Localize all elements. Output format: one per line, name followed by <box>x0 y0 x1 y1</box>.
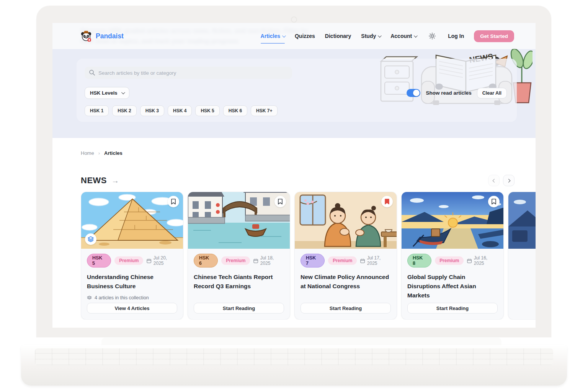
search-wrap <box>85 67 292 79</box>
nav-articles[interactable]: Articles <box>261 33 285 39</box>
chevron-down-icon <box>282 34 286 38</box>
filter-row: HSK Levels Show read articles Clear All <box>85 87 509 99</box>
hsk-level-badge: HSK 6 <box>194 254 218 268</box>
calendar-icon <box>253 258 258 263</box>
carousel-next-button[interactable] <box>503 175 514 186</box>
search-icon <box>89 69 95 76</box>
chip-hsk-5[interactable]: HSK 5 <box>195 105 219 116</box>
nav-articles-label: Articles <box>261 33 280 39</box>
collection-count-text: 4 articles in this collection <box>95 295 149 300</box>
article-card-tech-giants[interactable]: HSK 6 Premium Jul 18, 2025 Ch <box>188 192 290 320</box>
article-date: Jul 17, 2025 <box>360 255 391 266</box>
read-toggle-group: Show read articles Clear All <box>407 88 509 98</box>
badge-row: HSK 7 Premium Jul 17, 2025 <box>301 254 391 268</box>
card-body: HSK 8 Premium Jul 16, 2025 Gl <box>402 249 503 319</box>
nav-account[interactable]: Account <box>390 33 416 39</box>
premium-badge: Premium <box>221 256 250 265</box>
article-image-conversation <box>295 192 397 249</box>
start-reading-button[interactable]: Start Reading <box>301 303 391 313</box>
article-image-partial <box>508 192 536 249</box>
view-articles-button[interactable]: View 4 Articles <box>87 303 177 313</box>
article-card-partial[interactable] <box>508 192 536 320</box>
get-started-button[interactable]: Get Started <box>474 30 514 42</box>
partial-illustration <box>508 192 536 249</box>
date-text: Jul 20, 2025 <box>154 255 177 266</box>
theme-toggle-button[interactable] <box>426 30 438 42</box>
nav-quizzes[interactable]: Quizzes <box>295 33 315 39</box>
chip-hsk-6[interactable]: HSK 6 <box>223 105 247 116</box>
chip-hsk-7plus[interactable]: HSK 7+ <box>251 105 278 116</box>
article-title[interactable]: New Climate Policy Announced at National… <box>301 272 391 291</box>
log-in-button[interactable]: Log In <box>448 33 464 39</box>
nav-dictionary-label: Dictionary <box>325 33 351 39</box>
nav-account-label: Account <box>390 33 412 39</box>
collection-info: 4 articles in this collection <box>87 295 177 300</box>
bookmark-filled-icon <box>384 199 390 205</box>
section-title: NEWS <box>81 176 107 185</box>
chip-hsk-4[interactable]: HSK 4 <box>168 105 192 116</box>
article-date: Jul 18, 2025 <box>253 255 284 266</box>
badge-row: HSK 8 Premium Jul 16, 2025 <box>407 254 498 268</box>
article-cards-row: HSK 5 Premium Jul 20, 2025 Un <box>81 192 536 320</box>
bookmark-outline-icon <box>171 199 176 205</box>
nav-study-label: Study <box>361 33 376 39</box>
start-reading-button[interactable]: Start Reading <box>407 303 498 313</box>
show-read-toggle[interactable] <box>407 89 420 97</box>
calendar-icon <box>147 258 151 263</box>
premium-badge: Premium <box>435 256 464 265</box>
collection-layers-badge <box>85 233 96 245</box>
hsk-level-badge: HSK 7 <box>301 254 325 268</box>
card-body <box>508 249 536 319</box>
laptop-camera <box>291 16 297 23</box>
filter-panel: HSK Levels Show read articles Clear All … <box>77 59 517 122</box>
brand-name[interactable]: Pandaist <box>96 32 124 40</box>
carousel-prev-button[interactable] <box>488 175 500 186</box>
breadcrumb-separator-icon: › <box>98 150 100 156</box>
start-reading-button[interactable]: Start Reading <box>194 303 284 313</box>
bookmark-outline-icon <box>491 199 497 205</box>
bookmark-button[interactable] <box>488 196 500 207</box>
search-input[interactable] <box>85 67 292 79</box>
calendar-icon <box>467 258 472 263</box>
breadcrumb-home[interactable]: Home <box>81 150 94 156</box>
laptop-mockup: Discover HSK graded articles across news… <box>0 0 588 389</box>
chip-hsk-1[interactable]: HSK 1 <box>85 105 109 116</box>
clear-all-button[interactable]: Clear All <box>477 88 507 98</box>
chevron-down-icon <box>378 34 382 38</box>
premium-badge: Premium <box>114 256 143 265</box>
bookmark-button[interactable] <box>168 196 179 207</box>
chevron-down-icon <box>121 90 125 94</box>
arrow-right-icon[interactable]: → <box>111 176 119 185</box>
badge-row: HSK 6 Premium Jul 18, 2025 <box>194 254 284 268</box>
sun-icon <box>429 33 436 39</box>
hsk-levels-dropdown[interactable]: HSK Levels <box>85 87 129 99</box>
article-image-pyramid <box>81 192 183 249</box>
calendar-icon <box>360 258 365 263</box>
chevron-down-icon <box>414 34 418 38</box>
breadcrumb: Home › Articles <box>81 150 122 156</box>
article-card-supply-chain[interactable]: HSK 8 Premium Jul 16, 2025 Gl <box>401 192 504 320</box>
card-body: HSK 7 Premium Jul 17, 2025 Ne <box>295 249 397 319</box>
article-card-business-culture[interactable]: HSK 5 Premium Jul 20, 2025 Un <box>81 192 183 320</box>
article-card-climate-policy[interactable]: HSK 7 Premium Jul 17, 2025 Ne <box>294 192 397 320</box>
bookmark-button[interactable] <box>381 196 393 207</box>
laptop-keyboard <box>35 348 553 365</box>
nav-study[interactable]: Study <box>361 33 381 39</box>
nav-dictionary[interactable]: Dictionary <box>325 33 351 39</box>
card-body: HSK 5 Premium Jul 20, 2025 Un <box>81 249 183 319</box>
card-body: HSK 6 Premium Jul 18, 2025 Ch <box>188 249 290 319</box>
chip-hsk-2[interactable]: HSK 2 <box>112 105 136 116</box>
brand[interactable]: Pandaist <box>80 30 124 42</box>
bookmark-outline-icon <box>278 199 283 205</box>
chip-hsk-3[interactable]: HSK 3 <box>140 105 164 116</box>
site-header: Pandaist Articles Quizzes Dictionary Stu… <box>52 23 536 49</box>
article-title[interactable]: Global Supply Chain Disruptions Affect A… <box>407 272 498 300</box>
breadcrumb-current: Articles <box>104 150 122 156</box>
date-text: Jul 18, 2025 <box>260 255 284 266</box>
article-date: Jul 16, 2025 <box>467 255 498 266</box>
article-title[interactable]: Understanding Chinese Business Culture <box>87 272 177 291</box>
article-date: Jul 20, 2025 <box>147 255 177 266</box>
bookmark-button[interactable] <box>274 196 286 207</box>
chevron-left-icon <box>492 179 496 182</box>
article-title[interactable]: Chinese Tech Giants Report Record Q3 Ear… <box>194 272 284 291</box>
